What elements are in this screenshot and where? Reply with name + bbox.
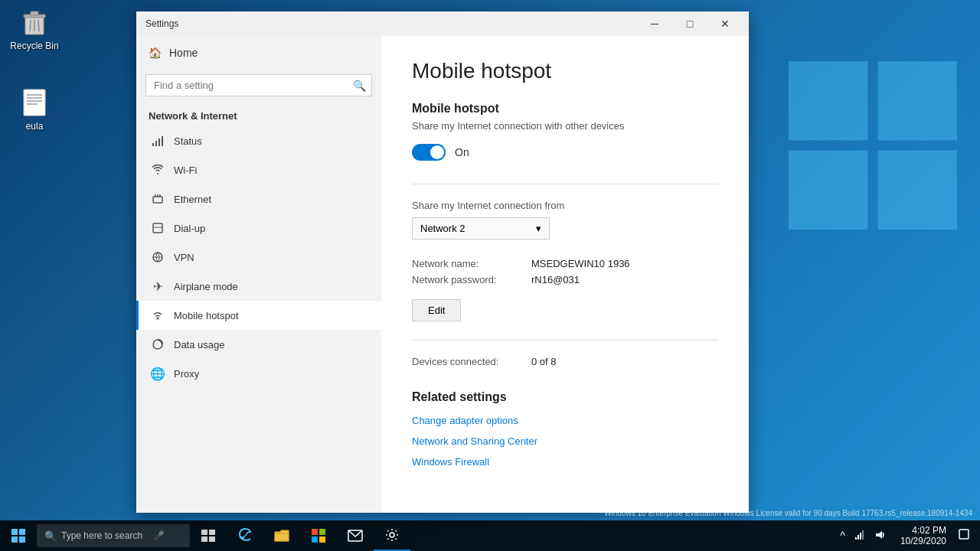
svg-rect-46 [860,533,861,540]
sidebar-item-wifi[interactable]: Wi-Fi [136,155,381,184]
taskbar-search-text: Type here to search [61,530,142,541]
divider-2 [412,340,718,341]
recycle-bin-label: Recycle Bin [10,41,58,51]
svg-rect-49 [959,530,969,539]
sidebar-item-airplane[interactable]: ✈ Airplane mode [136,272,381,301]
section-title: Mobile hotspot [412,102,718,116]
proxy-label: Proxy [174,368,199,380]
taskbar-search-icon: 🔍 [44,530,57,542]
maximize-button[interactable]: □ [672,11,707,36]
taskbar-search[interactable]: 🔍 Type here to search 🎤 [37,524,190,547]
svg-rect-39 [319,529,325,535]
network-tray-icon[interactable] [851,528,868,544]
eula-desktop-icon[interactable]: eula [4,84,65,135]
devices-key: Devices connected: [412,356,519,367]
change-adapter-link[interactable]: Change adapter options [412,415,718,426]
task-view-button[interactable] [190,520,227,551]
datausage-icon [151,337,165,351]
dialup-icon [151,221,165,235]
svg-rect-34 [209,530,215,535]
svg-rect-38 [312,529,318,535]
clock-time: 4:02 PM [912,525,946,536]
svg-rect-30 [19,529,25,535]
svg-rect-33 [201,530,207,535]
start-button[interactable] [0,520,37,551]
hotspot-toggle[interactable] [412,144,446,161]
svg-rect-23 [153,223,162,233]
system-tray: ^ [832,528,893,544]
svg-rect-2 [789,151,867,230]
vpn-label: VPN [174,252,194,263]
wifi-icon [151,163,165,177]
title-bar: Settings ─ □ ✕ [136,11,749,36]
window-body: 🏠 Home 🔍 Network & Internet Status [136,36,749,513]
svg-rect-19 [153,197,162,203]
taskbar-mic-icon: 🎤 [153,530,165,541]
svg-rect-31 [11,536,18,543]
window-title: Settings [145,18,178,29]
svg-rect-16 [155,141,157,146]
dropdown-value: Network 2 [420,223,466,234]
svg-rect-3 [878,151,957,230]
sidebar-item-status[interactable]: Status [136,126,381,155]
sidebar: 🏠 Home 🔍 Network & Internet Status [136,36,381,513]
svg-rect-32 [19,536,25,543]
toggle-label: On [455,146,469,158]
settings-taskbar-button[interactable] [374,520,410,551]
speaker-tray-icon[interactable] [871,528,888,544]
settings-window: Settings ─ □ ✕ 🏠 Home 🔍 [136,11,749,513]
windows-firewall-link[interactable]: Windows Firewall [412,456,718,468]
network-dropdown[interactable]: Network 2 ▾ [412,217,550,240]
edit-button[interactable]: Edit [412,299,461,321]
svg-rect-40 [312,536,318,543]
sidebar-category-label: Network & Internet [136,104,381,126]
edge-button[interactable] [227,520,263,551]
divider-1 [412,184,718,184]
svg-rect-45 [858,535,859,540]
build-info: Windows 10 Enterprise Evaluation Windows… [604,508,972,519]
svg-point-43 [390,533,394,537]
store-button[interactable] [300,520,337,551]
recycle-bin-icon[interactable]: Recycle Bin [4,4,65,54]
devices-row: Devices connected: 0 of 8 [412,356,718,367]
file-explorer-button[interactable] [263,520,300,551]
sidebar-item-proxy[interactable]: 🌐 Proxy [136,359,381,388]
sidebar-search-container: 🔍 [145,74,372,96]
svg-rect-0 [789,61,867,140]
vpn-icon [151,250,165,264]
sidebar-item-home[interactable]: 🏠 Home [136,36,381,70]
svg-rect-17 [158,139,160,146]
svg-rect-41 [319,536,325,543]
clock-date: 10/29/2020 [900,536,946,546]
sidebar-item-ethernet[interactable]: Ethernet [136,184,381,214]
svg-rect-6 [31,11,38,15]
mail-button[interactable] [337,520,374,551]
find-setting-input[interactable] [145,74,372,96]
sidebar-item-vpn[interactable]: VPN [136,243,381,272]
ethernet-icon [151,192,165,206]
sidebar-item-dialup[interactable]: Dial-up [136,214,381,243]
desktop: Recycle Bin eula Settings ─ □ ✕ [0,0,980,551]
windows-logo-bg [789,61,957,230]
hotspot-label: Mobile hotspot [174,310,239,321]
network-pass-key: Network password: [412,274,519,285]
network-sharing-link[interactable]: Network and Sharing Center [412,435,718,447]
share-from-label: Share my Internet connection from [412,200,718,211]
close-button[interactable]: ✕ [707,11,743,36]
network-pass-row: Network password: rN16@031 [412,274,718,285]
svg-rect-10 [24,90,45,116]
sidebar-item-datausage[interactable]: Data usage [136,330,381,359]
devices-val: 0 of 8 [531,356,557,367]
taskbar-right: ^ 4:02 PM 10/29/2020 [832,525,980,546]
network-pass-val: rN16@031 [531,274,580,285]
home-icon: 🏠 [149,47,162,59]
clock[interactable]: 4:02 PM 10/29/2020 [894,525,952,546]
status-icon [151,134,165,148]
tray-expand-icon[interactable]: ^ [837,528,848,543]
minimize-button[interactable]: ─ [637,11,672,36]
svg-line-7 [30,20,31,31]
svg-rect-37 [275,533,289,541]
svg-marker-48 [876,531,882,539]
notification-center-button[interactable] [954,529,974,543]
sidebar-item-hotspot[interactable]: Mobile hotspot [136,301,381,330]
